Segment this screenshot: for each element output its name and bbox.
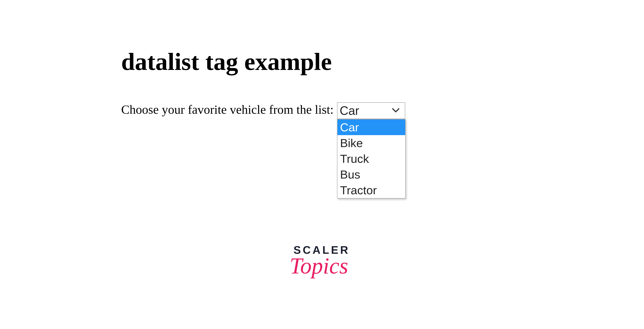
vehicle-input[interactable] [337,102,405,119]
option-truck[interactable]: Truck [338,151,405,167]
input-label: Choose your favorite vehicle from the li… [121,102,334,117]
option-car[interactable]: Car [338,119,405,135]
brand-bottom-text: Topics [288,253,350,279]
page-heading: datalist tag example [121,47,405,76]
option-bus[interactable]: Bus [338,167,405,182]
datalist-dropdown: Car Bike Truck Bus Tractor [337,119,406,198]
option-bike[interactable]: Bike [338,135,405,151]
scaler-topics-logo: SCALER Topics [294,243,350,279]
datalist-combobox[interactable]: Car Bike Truck Bus Tractor [337,102,405,119]
option-tractor[interactable]: Tractor [338,182,405,198]
